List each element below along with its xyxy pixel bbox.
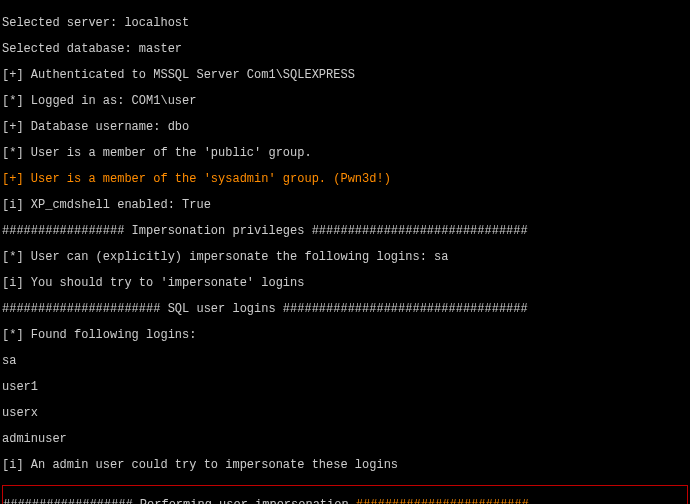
line-auth: [+] Authenticated to MSSQL Server Com1\S…: [2, 69, 688, 82]
line-impersonation-header: ################# Impersonation privileg…: [2, 225, 688, 238]
line-tip-impersonate: [i] You should try to 'impersonate' logi…: [2, 277, 688, 290]
line-public: [*] User is a member of the 'public' gro…: [2, 147, 688, 160]
imp-header-b: ########################: [356, 498, 529, 504]
line-dbuser: [+] Database username: dbo: [2, 121, 688, 134]
line-login: [*] Logged in as: COM1\user: [2, 95, 688, 108]
line-sqluserlogins-header: ###################### SQL user logins #…: [2, 303, 688, 316]
login-adminuser: adminuser: [2, 433, 688, 446]
impersonation-box: ################## Performing user imper…: [2, 485, 688, 504]
login-user1: user1: [2, 381, 688, 394]
imp-header-a: ################## Performing user imper…: [3, 498, 356, 504]
line-can-impersonate: [*] User can (explicitly) impersonate th…: [2, 251, 688, 264]
line-xpcmd: [i] XP_cmdshell enabled: True: [2, 199, 688, 212]
line-sysadmin: [+] User is a member of the 'sysadmin' g…: [2, 173, 688, 186]
line-impersonation2-header: ################## Performing user imper…: [3, 499, 687, 504]
line-database: Selected database: master: [2, 43, 688, 56]
login-userx: userx: [2, 407, 688, 420]
terminal-output: Selected server: localhost Selected data…: [0, 0, 690, 504]
login-sa: sa: [2, 355, 688, 368]
line-admin-tip: [i] An admin user could try to impersona…: [2, 459, 688, 472]
line-server: Selected server: localhost: [2, 17, 688, 30]
line-found-logins: [*] Found following logins:: [2, 329, 688, 342]
